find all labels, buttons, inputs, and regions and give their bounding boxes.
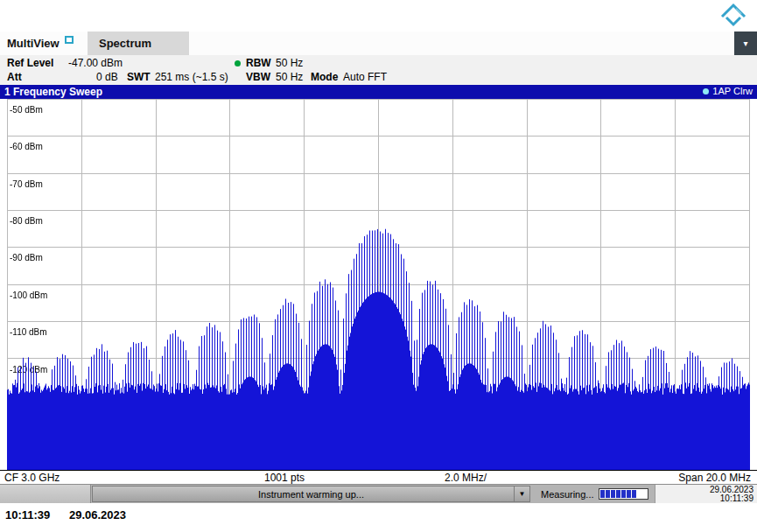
spectrum-chart[interactable] [0, 99, 757, 471]
desktop-clock-time: 10:11:39 [5, 508, 50, 522]
rs-logo [718, 2, 750, 30]
progress-segment [632, 490, 636, 498]
tab-overflow-button[interactable]: ▾ [734, 32, 757, 55]
att-label[interactable]: Att [7, 71, 22, 83]
mode-value[interactable]: Auto FFT [343, 71, 387, 83]
span-value[interactable]: Span 20.0 MHz [678, 472, 751, 484]
measuring-progress-bar [599, 488, 648, 500]
rs-logo-icon [718, 2, 750, 30]
progress-segment [611, 490, 615, 498]
tab-bar: MultiView Spectrum ▾ [0, 32, 757, 55]
statusbar-time: 10:11:39 [659, 494, 753, 503]
tab-multiview-label: MultiView [7, 37, 60, 50]
progress-segment [637, 490, 641, 498]
chevron-down-icon: ▾ [743, 38, 747, 48]
center-frequency-value[interactable]: CF 3.0 GHz [4, 472, 60, 484]
progress-segment [642, 490, 647, 498]
rbw-coupled-indicator-icon [235, 60, 241, 66]
att-value[interactable]: 0 dB [96, 71, 118, 83]
window-title: 1 Frequency Sweep [4, 86, 102, 98]
measuring-label: Measuring... [541, 489, 594, 500]
ref-level-label[interactable]: Ref Level [7, 57, 53, 69]
sweep-points-value[interactable]: 1001 pts [264, 472, 305, 484]
vbw-label[interactable]: VBW [246, 71, 270, 83]
desktop-clock-date: 29.06.2023 [69, 508, 126, 522]
trace-legend[interactable]: 1AP Clrw [703, 86, 753, 96]
scale-per-division-value[interactable]: 2.0 MHz/ [445, 472, 487, 484]
settings-panel: Ref Level -47.00 dBm RBW 50 Hz Att 0 dB … [0, 55, 757, 85]
status-bar: Instrument warming up... ▼ Measuring... … [0, 484, 757, 503]
status-dropdown-arrow-icon[interactable]: ▼ [514, 486, 529, 501]
mode-label[interactable]: Mode [311, 71, 338, 83]
statusbar-datetime-panel: 29.06.2023 10:11:39 [655, 485, 757, 503]
trace-indicator-icon [703, 88, 709, 94]
spectrum-trace-canvas[interactable] [7, 99, 750, 470]
swt-value[interactable]: 251 ms (~1.5 s) [155, 71, 228, 83]
tab-spectrum[interactable]: Spectrum [88, 32, 189, 55]
status-message-dropdown[interactable]: Instrument warming up... ▼ [92, 486, 530, 502]
progress-segment [621, 490, 626, 498]
status-blank-segment [0, 485, 91, 503]
x-axis-info-row: CF 3.0 GHz 1001 pts 2.0 MHz/ Span 20.0 M… [0, 472, 757, 484]
status-message-text: Instrument warming up... [258, 489, 364, 500]
rbw-value[interactable]: 50 Hz [276, 57, 303, 69]
multiview-window-icon [65, 36, 74, 44]
progress-segment [616, 490, 620, 498]
progress-segment [627, 490, 631, 498]
ref-level-value[interactable]: -47.00 dBm [68, 57, 123, 69]
progress-segment [600, 490, 605, 498]
tab-multiview[interactable]: MultiView [0, 32, 79, 55]
tab-spectrum-label: Spectrum [99, 37, 151, 50]
vbw-value[interactable]: 50 Hz [276, 71, 303, 83]
spectrum-analyzer-screen: MultiView Spectrum ▾ Ref Level -47.00 dB… [0, 0, 757, 532]
trace-legend-label: 1AP Clrw [712, 86, 753, 96]
progress-segment [606, 490, 610, 498]
rbw-label[interactable]: RBW [246, 57, 271, 69]
desktop-clock: 10:11:39 29.06.2023 [5, 508, 126, 522]
swt-label[interactable]: SWT [127, 71, 151, 83]
result-window-titlebar: 1 Frequency Sweep 1AP Clrw [0, 85, 757, 99]
